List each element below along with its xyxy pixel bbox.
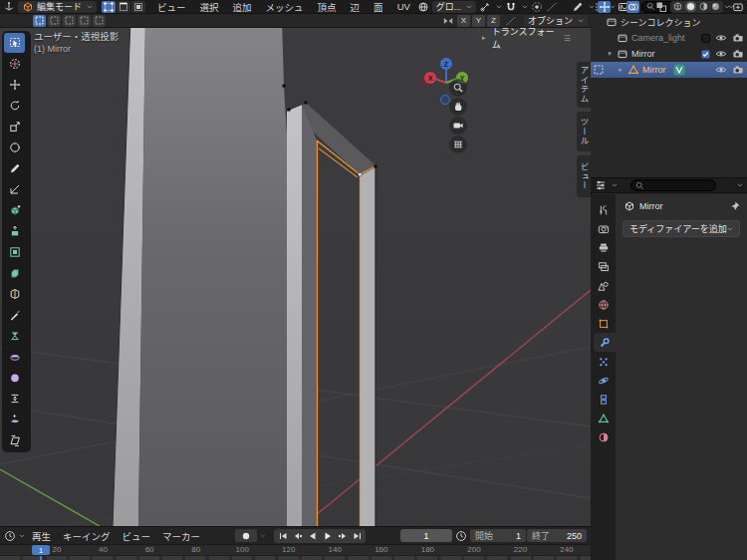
panel-grip[interactable]: ☰ xyxy=(564,34,571,43)
properties-tab-tool[interactable] xyxy=(591,200,616,219)
timeline-menu-再生[interactable]: 再生 xyxy=(26,529,57,543)
shading-rendered-icon[interactable] xyxy=(711,2,720,11)
properties-tab-world[interactable] xyxy=(591,295,616,314)
select-option-intersect-icon[interactable] xyxy=(93,15,106,27)
timeline-menu-ビュー[interactable]: ビュー xyxy=(117,529,157,543)
pan-hand-button[interactable] xyxy=(449,98,467,116)
edit-mode-dot-icon[interactable] xyxy=(593,64,605,76)
annotate-visibility-icon[interactable] xyxy=(572,1,584,13)
shading-material-preview-icon[interactable] xyxy=(699,2,708,11)
mirror-axis-y-button[interactable]: Y xyxy=(472,15,485,27)
snap-icon[interactable] xyxy=(479,1,491,13)
options-dropdown[interactable]: オプション xyxy=(524,15,588,27)
tool-add-cube[interactable] xyxy=(4,200,25,220)
select-option-new-icon[interactable] xyxy=(33,15,46,27)
snap-magnet-icon[interactable] xyxy=(505,1,517,13)
perspective-toggle-button[interactable] xyxy=(449,136,467,153)
eye-icon[interactable] xyxy=(715,64,727,76)
xray-toggle-icon[interactable] xyxy=(655,1,667,13)
mirror-axis-z-button[interactable]: Z xyxy=(487,15,500,27)
outliner-row-Mirror[interactable]: ▾Mirror xyxy=(591,46,747,62)
panel-expand-arrow[interactable]: ▸ xyxy=(480,34,488,42)
tool-shrink-fatten[interactable] xyxy=(4,410,25,429)
shading-wireframe-icon[interactable] xyxy=(673,2,682,11)
timeline-menu-キーイング[interactable]: キーイング xyxy=(57,529,117,543)
properties-search-input[interactable] xyxy=(630,179,716,191)
pillar-mesh[interactable] xyxy=(113,28,289,526)
properties-tab-constraints[interactable] xyxy=(591,390,616,409)
proportional-falloff-icon[interactable] xyxy=(546,1,558,13)
previous-keyframe-button[interactable] xyxy=(290,529,305,542)
select-option-subtract-icon[interactable] xyxy=(63,15,76,27)
gizmo-neg-z[interactable] xyxy=(441,96,450,105)
camera-view-button[interactable] xyxy=(449,117,467,135)
current-frame-field[interactable]: 1 xyxy=(400,529,452,542)
tool-move[interactable] xyxy=(4,75,25,95)
menu-メッシュ[interactable]: メッシュ xyxy=(259,0,311,14)
tool-measure[interactable] xyxy=(4,179,25,199)
tool-spin[interactable] xyxy=(4,347,25,367)
tool-annotate[interactable] xyxy=(4,158,25,178)
overlays-toggle-icon[interactable] xyxy=(626,1,639,13)
menu-頂点[interactable]: 頂点 xyxy=(311,0,344,14)
eye-icon[interactable] xyxy=(715,32,727,44)
3d-viewport[interactable]: ユーザー・透視投影 (1) Mirror Z X Y ▸ トランスフ xyxy=(0,28,591,526)
shading-solid-icon[interactable] xyxy=(685,1,696,12)
properties-tab-output[interactable] xyxy=(591,238,616,257)
navigation-gizmo[interactable]: Z X Y xyxy=(416,52,478,114)
use-preview-range-icon[interactable] xyxy=(453,529,469,542)
disclosure-triangle[interactable]: ▸ xyxy=(617,66,624,74)
tool-inset-faces[interactable] xyxy=(4,242,25,262)
menu-UV[interactable]: UV xyxy=(390,1,417,12)
play-reverse-button[interactable] xyxy=(305,529,320,542)
timeline-ruler[interactable]: 1 20406080100120140160180200220240 xyxy=(0,544,591,555)
frame-start-field[interactable]: 開始 1 xyxy=(470,529,526,542)
properties-tab-modifiers[interactable] xyxy=(594,333,616,352)
jump-to-end-button[interactable] xyxy=(350,529,365,542)
properties-tab-physics[interactable] xyxy=(591,371,616,390)
zoom-button[interactable] xyxy=(449,79,467,97)
play-button[interactable] xyxy=(320,529,335,542)
tool-poly-build[interactable] xyxy=(4,326,25,346)
properties-tab-render[interactable] xyxy=(591,219,616,238)
menu-面[interactable]: 面 xyxy=(367,0,390,14)
timeline-editor-type-icon[interactable] xyxy=(4,530,16,542)
pin-icon[interactable] xyxy=(729,200,741,212)
select-mode-edge-icon[interactable] xyxy=(117,1,130,13)
camera-icon[interactable] xyxy=(732,64,744,76)
gizmos-toggle-icon[interactable] xyxy=(598,1,611,13)
eye-icon[interactable] xyxy=(715,48,727,60)
menu-追加[interactable]: 追加 xyxy=(226,0,259,14)
tool-edge-slide[interactable] xyxy=(4,389,25,409)
transform-orientation-dropdown[interactable]: グロ... xyxy=(432,1,477,13)
auto-keying-record-button[interactable] xyxy=(235,529,257,542)
mode-dropdown[interactable]: 編集モード xyxy=(18,1,97,13)
add-modifier-button[interactable]: モディファイアーを追加 xyxy=(622,220,740,237)
select-option-invert-icon[interactable] xyxy=(78,15,91,27)
properties-tab-material[interactable] xyxy=(591,427,616,446)
next-keyframe-button[interactable] xyxy=(335,529,350,542)
transform-panel-collapsed[interactable]: ▸ トランスフォーム ☰ xyxy=(475,31,576,45)
properties-tab-object-data[interactable] xyxy=(591,409,616,427)
sidebar-tab-アイテム[interactable]: アイテム xyxy=(577,62,591,108)
outliner-row-シーンコレクション[interactable]: シーンコレクション xyxy=(591,14,747,30)
tool-select-box[interactable] xyxy=(4,33,25,53)
disclosure-triangle[interactable]: ▾ xyxy=(606,50,614,58)
menu-選択[interactable]: 選択 xyxy=(193,0,226,14)
tool-knife[interactable] xyxy=(4,305,25,325)
outliner-row-Mirror[interactable]: ▸Mirror xyxy=(591,62,747,78)
select-option-extend-icon[interactable] xyxy=(48,15,61,27)
camera-icon[interactable] xyxy=(732,32,744,44)
select-mode-face-icon[interactable] xyxy=(131,1,145,13)
properties-tab-particles[interactable] xyxy=(591,352,616,371)
sidebar-tab-ビュー[interactable]: ビュー xyxy=(577,155,591,197)
mirror-modifier-icon[interactable] xyxy=(673,64,685,76)
sidebar-tab-ツール[interactable]: ツール xyxy=(577,112,591,151)
tool-rotate[interactable] xyxy=(4,96,25,116)
tool-transform[interactable] xyxy=(4,138,25,157)
properties-editor-type-icon[interactable] xyxy=(595,179,607,191)
tool-scale[interactable] xyxy=(4,117,25,137)
jump-to-start-button[interactable] xyxy=(275,529,290,542)
falloff-icon[interactable] xyxy=(505,15,517,27)
tool-smooth[interactable] xyxy=(4,368,25,388)
